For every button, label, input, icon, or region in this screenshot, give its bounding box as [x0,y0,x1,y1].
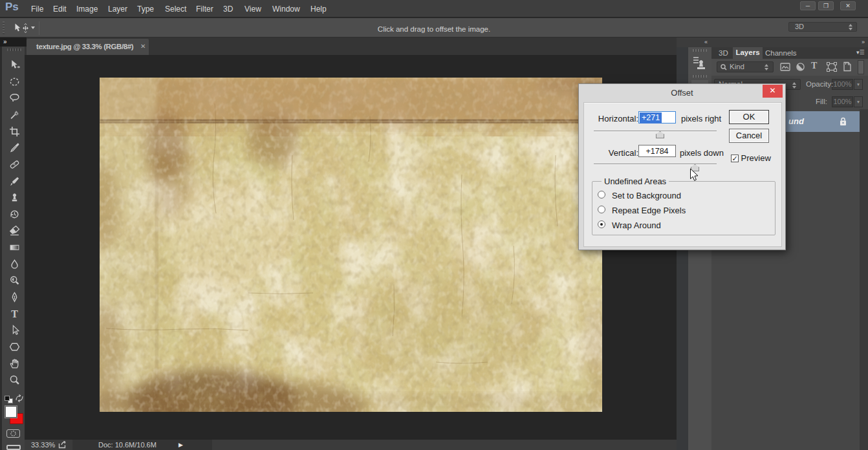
svg-text:T: T [11,308,18,319]
